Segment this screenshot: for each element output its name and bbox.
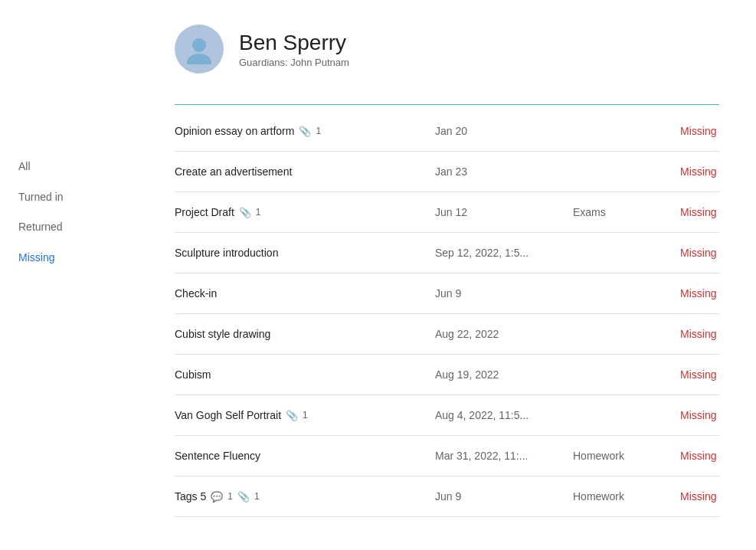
divider-line xyxy=(175,104,719,105)
svg-point-0 xyxy=(192,38,206,52)
assignment-date: Aug 19, 2022 xyxy=(435,368,573,381)
assignment-name: Sentence Fluency xyxy=(175,450,435,462)
assignment-name-text: Tags 5 xyxy=(175,490,206,503)
assignment-name: Tags 5💬1📎1 xyxy=(175,490,435,503)
assignment-status: Missing xyxy=(680,328,722,340)
assignment-name: Sculpture introduction xyxy=(175,247,435,259)
assignment-name-text: Cubist style drawing xyxy=(175,328,270,340)
assignment-status: Missing xyxy=(680,287,722,300)
attachment-icon: 📎 xyxy=(237,491,250,503)
assignment-status: Missing xyxy=(680,368,722,381)
assignment-date: Jun 9 xyxy=(435,287,573,300)
assignment-name-text: Create an advertisement xyxy=(175,165,292,178)
assignment-date: Mar 31, 2022, 11:... xyxy=(435,450,573,462)
assignment-name: Cubism xyxy=(175,368,435,381)
chat-count: 1 xyxy=(227,491,233,502)
assignment-date: Jan 23 xyxy=(435,165,573,178)
assignment-date: Aug 22, 2022 xyxy=(435,328,573,340)
assignment-status: Missing xyxy=(680,409,722,421)
avatar xyxy=(175,25,224,74)
assignment-category: Homework xyxy=(573,490,680,503)
assignment-status: Missing xyxy=(680,490,722,503)
assignment-status: Missing xyxy=(680,450,722,462)
assignment-row[interactable]: CubismAug 19, 2022Missing xyxy=(175,355,719,395)
assignment-status: Missing xyxy=(680,125,722,137)
assignment-date: Aug 4, 2022, 11:5... xyxy=(435,409,573,421)
assignment-name-text: Van Gogh Self Portrait xyxy=(175,409,281,421)
assignment-row[interactable]: Tags 5💬1📎1Jun 9HomeworkMissing xyxy=(175,476,719,517)
main-content: Ben Sperry Guardians: John Putnam Opinio… xyxy=(138,0,756,550)
assignment-row[interactable]: Van Gogh Self Portrait📎1Aug 4, 2022, 11:… xyxy=(175,395,719,436)
assignment-row[interactable]: Project Draft📎1Jun 12ExamsMissing xyxy=(175,192,719,233)
assignment-category: Exams xyxy=(573,206,680,218)
assignment-row[interactable]: Cubist style drawingAug 22, 2022Missing xyxy=(175,314,719,355)
assignment-name: Cubist style drawing xyxy=(175,328,435,340)
assignment-date: Jun 12 xyxy=(435,206,573,218)
sidebar-item-turned-in[interactable]: Turned in xyxy=(18,184,138,211)
attachment-icon: 📎 xyxy=(239,207,251,218)
sidebar: AllTurned inReturnedMissing xyxy=(0,0,138,550)
assignment-name-text: Cubism xyxy=(175,368,211,381)
chat-icon: 💬 xyxy=(211,491,223,503)
assignment-row[interactable]: Sculpture introductionSep 12, 2022, 1:5.… xyxy=(175,233,719,273)
assignment-row[interactable]: Opinion essay on artform📎1Jan 20Missing xyxy=(175,111,719,152)
assignment-date: Jun 9 xyxy=(435,490,573,503)
assignment-name: Check-in xyxy=(175,287,435,300)
profile-name: Ben Sperry xyxy=(239,30,349,56)
assignment-row[interactable]: Check-inJun 9Missing xyxy=(175,273,719,314)
assignment-name: Opinion essay on artform📎1 xyxy=(175,125,435,137)
assignment-name: Project Draft📎1 xyxy=(175,206,435,218)
assignment-row[interactable]: Sentence FluencyMar 31, 2022, 11:...Home… xyxy=(175,436,719,476)
profile-guardians: Guardians: John Putnam xyxy=(239,57,349,68)
attachment-count: 1 xyxy=(303,410,308,421)
assignment-date: Jan 20 xyxy=(435,125,573,137)
svg-point-1 xyxy=(187,54,211,64)
assignment-name-text: Sentence Fluency xyxy=(175,450,260,462)
assignment-name-text: Project Draft xyxy=(175,206,234,218)
attachment-icon: 📎 xyxy=(299,126,311,137)
assignment-list: Opinion essay on artform📎1Jan 20MissingC… xyxy=(175,111,719,517)
sidebar-item-all[interactable]: All xyxy=(18,153,138,181)
profile-header: Ben Sperry Guardians: John Putnam xyxy=(175,25,719,86)
attachment-count: 1 xyxy=(256,207,261,218)
assignment-name-text: Check-in xyxy=(175,287,217,300)
profile-info: Ben Sperry Guardians: John Putnam xyxy=(239,30,349,69)
assignment-name-text: Opinion essay on artform xyxy=(175,125,294,137)
attachment-count: 1 xyxy=(316,126,321,136)
sidebar-item-missing[interactable]: Missing xyxy=(18,244,138,272)
page-container: AllTurned inReturnedMissing Ben Sperry G… xyxy=(0,0,756,550)
assignment-name: Create an advertisement xyxy=(175,165,435,178)
attachment-count: 1 xyxy=(254,491,260,502)
assignment-status: Missing xyxy=(680,247,722,259)
assignment-name-text: Sculpture introduction xyxy=(175,247,278,259)
sidebar-item-returned[interactable]: Returned xyxy=(18,214,138,241)
assignment-name: Van Gogh Self Portrait📎1 xyxy=(175,409,435,421)
assignment-date: Sep 12, 2022, 1:5... xyxy=(435,247,573,259)
assignment-status: Missing xyxy=(680,206,722,218)
assignment-status: Missing xyxy=(680,165,722,178)
attachment-icon: 📎 xyxy=(286,410,298,421)
assignment-row[interactable]: Create an advertisementJan 23Missing xyxy=(175,152,719,192)
assignment-category: Homework xyxy=(573,450,680,462)
